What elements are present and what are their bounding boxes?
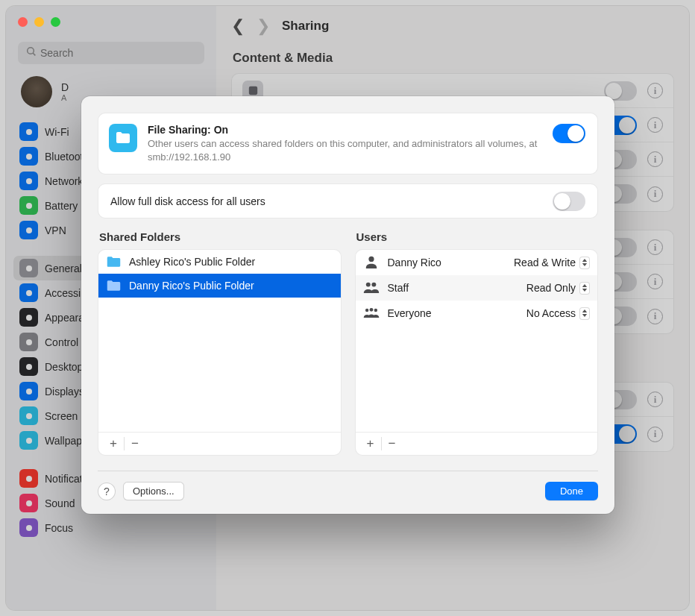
zoom-window[interactable] [51, 17, 60, 27]
user-name: Everyone [388, 307, 518, 319]
full-disk-access-row: Allow full disk access for all users [98, 183, 598, 219]
add-folder-button[interactable]: + [103, 435, 124, 453]
shared-folders-list: Ashley Rico's Public Folder Danny Rico's… [98, 249, 342, 456]
permission-stepper-icon [579, 282, 590, 295]
user-permission-row[interactable]: Everyone No Access [356, 301, 598, 326]
folder-name: Danny Rico's Public Folder [129, 280, 254, 292]
remove-folder-button[interactable]: − [125, 435, 145, 453]
options-button[interactable]: Options... [123, 482, 184, 500]
svg-point-32 [374, 308, 377, 311]
user-permission-row[interactable]: Danny Rico Read & Write [356, 250, 598, 275]
shared-folder-item[interactable]: Danny Rico's Public Folder [98, 274, 341, 298]
svg-point-27 [368, 256, 374, 261]
permission-select[interactable]: Read & Write [514, 257, 590, 269]
window-traffic-lights[interactable] [18, 17, 60, 27]
user-permission-row[interactable]: Staff Read Only [356, 275, 598, 301]
user-name: Staff [388, 282, 518, 294]
file-sharing-title: File Sharing: On [148, 124, 542, 136]
remove-user-button[interactable]: − [382, 435, 403, 453]
user-name: Danny Rico [388, 257, 506, 268]
permission-value: No Access [526, 307, 576, 319]
file-sharing-hero: File Sharing: On Other users can access … [98, 113, 598, 175]
users-list: Danny Rico Read & Write Staff Read Only … [355, 249, 599, 456]
svg-point-29 [371, 282, 376, 286]
user-icon [363, 280, 380, 296]
done-button[interactable]: Done [545, 482, 598, 500]
file-sharing-subtitle: Other users can access shared folders on… [148, 137, 542, 163]
svg-point-31 [369, 308, 373, 312]
shared-folder-item[interactable]: Ashley Rico's Public Folder [98, 250, 341, 274]
user-icon [363, 255, 380, 271]
file-sharing-sheet: File Sharing: On Other users can access … [81, 96, 614, 514]
svg-point-28 [365, 282, 370, 286]
permission-stepper-icon [579, 257, 590, 269]
close-window[interactable] [18, 17, 28, 27]
minimize-window[interactable] [34, 17, 44, 27]
permission-select[interactable]: Read Only [526, 282, 590, 295]
folder-sharing-icon [109, 124, 137, 152]
folder-name: Ashley Rico's Public Folder [129, 256, 255, 268]
help-button[interactable]: ? [98, 483, 116, 500]
permission-value: Read & Write [514, 257, 576, 268]
svg-point-30 [365, 308, 368, 311]
permission-stepper-icon [579, 307, 590, 320]
permission-select[interactable]: No Access [526, 307, 590, 320]
add-user-button[interactable]: + [360, 435, 381, 453]
disk-access-label: Allow full disk access for all users [110, 195, 553, 207]
file-sharing-toggle[interactable] [553, 124, 585, 143]
shared-folders-title: Shared Folders [98, 230, 342, 249]
user-icon [363, 306, 380, 321]
users-title: Users [355, 230, 599, 249]
disk-access-toggle[interactable] [553, 192, 585, 211]
permission-value: Read Only [526, 282, 576, 294]
